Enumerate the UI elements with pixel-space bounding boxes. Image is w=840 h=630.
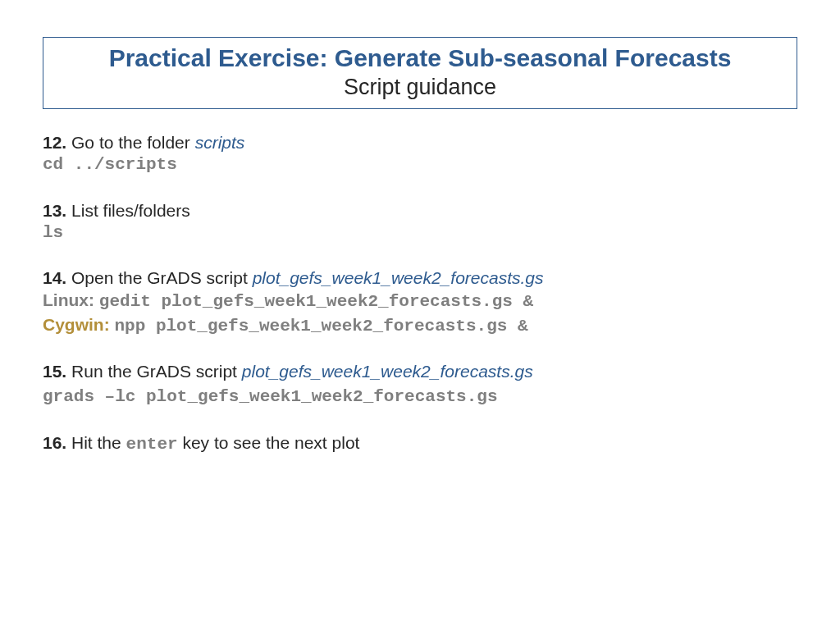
step-16-desc: 16. Hit the enter key to see the next pl… bbox=[43, 431, 797, 455]
step-15-desc: 15. Run the GrADS script plot_gefs_week1… bbox=[43, 360, 797, 382]
linux-colon: : bbox=[89, 290, 99, 309]
step-15-num: 15. bbox=[43, 362, 66, 381]
page-subtitle: Script guidance bbox=[50, 74, 790, 100]
header-box: Practical Exercise: Generate Sub-seasona… bbox=[43, 37, 797, 109]
step-15-cmd: grads –lc plot_gefs_week1_week2_forecast… bbox=[43, 386, 797, 408]
cygwin-label: Cygwin bbox=[43, 315, 104, 334]
linux-label: Linux bbox=[43, 290, 89, 309]
step-16-num: 16. bbox=[43, 433, 66, 452]
page-title: Practical Exercise: Generate Sub-seasona… bbox=[50, 43, 790, 74]
step-12-folder: scripts bbox=[195, 133, 245, 152]
step-13-text: List files/folders bbox=[66, 201, 190, 220]
step-12: 12. Go to the folder scripts cd ../scrip… bbox=[43, 131, 797, 176]
content-body: 12. Go to the folder scripts cd ../scrip… bbox=[43, 131, 797, 478]
step-12-cmd: cd ../scripts bbox=[43, 153, 797, 176]
step-12-num: 12. bbox=[43, 133, 66, 152]
step-14-linux-line: Linux: gedit plot_gefs_week1_week2_forec… bbox=[43, 289, 797, 313]
step-13: 13. List files/folders ls bbox=[43, 199, 797, 244]
step-12-text: Go to the folder bbox=[66, 133, 194, 152]
step-15: 15. Run the GrADS script plot_gefs_week1… bbox=[43, 360, 797, 409]
step-14-script: plot_gefs_week1_week2_forecasts.gs bbox=[253, 268, 544, 287]
step-13-desc: 13. List files/folders bbox=[43, 199, 797, 221]
step-16-text-a: Hit the bbox=[66, 433, 126, 452]
step-13-num: 13. bbox=[43, 201, 66, 220]
step-14-desc: 14. Open the GrADS script plot_gefs_week… bbox=[43, 267, 797, 289]
step-14-linux-cmd: gedit plot_gefs_week1_week2_forecasts.gs… bbox=[99, 292, 533, 311]
step-14-cygwin-line: Cygwin: npp plot_gefs_week1_week2_foreca… bbox=[43, 313, 797, 337]
step-15-script: plot_gefs_week1_week2_forecasts.gs bbox=[242, 362, 533, 381]
step-13-cmd: ls bbox=[43, 221, 797, 244]
cygwin-colon: : bbox=[104, 315, 115, 334]
step-14-text: Open the GrADS script bbox=[66, 268, 252, 287]
step-12-desc: 12. Go to the folder scripts bbox=[43, 131, 797, 153]
step-16: 16. Hit the enter key to see the next pl… bbox=[43, 431, 797, 455]
step-16-text-b: key to see the next plot bbox=[178, 433, 360, 452]
step-14-cygwin-cmd: npp plot_gefs_week1_week2_forecasts.gs & bbox=[115, 317, 528, 336]
step-15-text: Run the GrADS script bbox=[66, 362, 242, 381]
step-14-num: 14. bbox=[43, 268, 66, 287]
step-16-key: enter bbox=[126, 435, 178, 454]
step-14: 14. Open the GrADS script plot_gefs_week… bbox=[43, 267, 797, 337]
